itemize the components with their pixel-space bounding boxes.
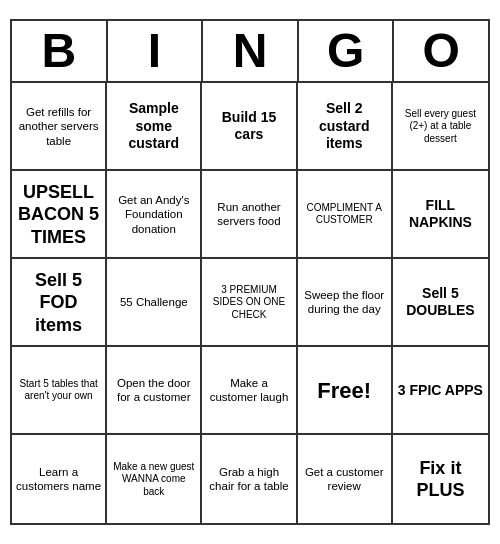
bingo-cell-23: Get a customer review bbox=[298, 435, 393, 523]
bingo-cell-17: Make a customer laugh bbox=[202, 347, 297, 435]
bingo-cell-12: 3 PREMIUM SIDES ON ONE CHECK bbox=[202, 259, 297, 347]
bingo-header: BINGO bbox=[12, 21, 488, 84]
bingo-cell-5: UPSELL BACON 5 TIMES bbox=[12, 171, 107, 259]
bingo-cell-16: Open the door for a customer bbox=[107, 347, 202, 435]
bingo-cell-14: Sell 5 DOUBLES bbox=[393, 259, 488, 347]
bingo-cell-10: Sell 5 FOD items bbox=[12, 259, 107, 347]
bingo-cell-19: 3 FPIC APPS bbox=[393, 347, 488, 435]
bingo-cell-0: Get refills for another servers table bbox=[12, 83, 107, 171]
bingo-cell-9: FILL NAPKINS bbox=[393, 171, 488, 259]
header-letter-b: B bbox=[12, 21, 108, 82]
header-letter-i: I bbox=[108, 21, 204, 82]
bingo-cell-20: Learn a customers name bbox=[12, 435, 107, 523]
bingo-cell-3: Sell 2 custard items bbox=[298, 83, 393, 171]
bingo-cell-7: Run another servers food bbox=[202, 171, 297, 259]
bingo-cell-24: Fix it PLUS bbox=[393, 435, 488, 523]
bingo-cell-1: Sample some custard bbox=[107, 83, 202, 171]
header-letter-o: O bbox=[394, 21, 488, 82]
bingo-cell-22: Grab a high chair for a table bbox=[202, 435, 297, 523]
bingo-cell-2: Build 15 cars bbox=[202, 83, 297, 171]
bingo-cell-15: Start 5 tables that aren't your own bbox=[12, 347, 107, 435]
header-letter-g: G bbox=[299, 21, 395, 82]
header-letter-n: N bbox=[203, 21, 299, 82]
bingo-cell-6: Get an Andy's Foundation donation bbox=[107, 171, 202, 259]
bingo-cell-21: Make a new guest WANNA come back bbox=[107, 435, 202, 523]
bingo-card: BINGO Get refills for another servers ta… bbox=[10, 19, 490, 526]
bingo-cell-4: Sell every guest (2+) at a table dessert bbox=[393, 83, 488, 171]
bingo-grid: Get refills for another servers tableSam… bbox=[12, 83, 488, 523]
bingo-cell-8: COMPLIMENT A CUSTOMER bbox=[298, 171, 393, 259]
bingo-cell-13: Sweep the floor during the day bbox=[298, 259, 393, 347]
bingo-cell-11: 55 Challenge bbox=[107, 259, 202, 347]
bingo-cell-18: Free! bbox=[298, 347, 393, 435]
